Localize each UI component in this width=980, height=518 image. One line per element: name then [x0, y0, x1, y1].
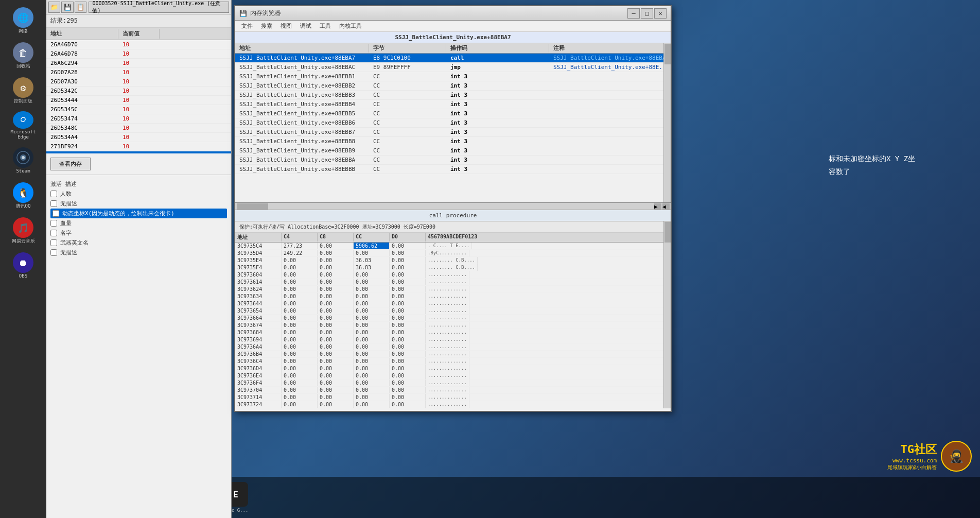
- table-row[interactable]: 26D534A410: [46, 133, 231, 142]
- disasm-row[interactable]: SSJJ_BattleClient_Unity.exe+88EBA7 E8 9C…: [235, 54, 671, 63]
- checkbox-no-desc-2[interactable]: 无描述: [50, 248, 227, 257]
- menu-kernel-tools[interactable]: 内核工具: [335, 21, 366, 31]
- memory-row[interactable]: 3C9736B4 0.00 0.00 0.00 0.00 ...........…: [235, 351, 671, 358]
- no-desc-2-checkbox[interactable]: [50, 249, 57, 256]
- taskbar-icon-network[interactable]: 🌐 网络: [7, 4, 40, 37]
- memory-row[interactable]: 3C9736E4 0.00 0.00 0.00 0.00 ...........…: [235, 372, 671, 379]
- menu-file[interactable]: 文件: [237, 21, 257, 31]
- memory-row[interactable]: 3C9736A4 0.00 0.00 0.00 0.00 ...........…: [235, 343, 671, 351]
- memory-row[interactable]: 3C973654 0.00 0.00 0.00 0.00 ...........…: [235, 307, 671, 315]
- memory-row[interactable]: 3C9735D4 249.22 0.00 0.00 0.00 .8yC.....…: [235, 250, 671, 257]
- window-title: 💾 内存浏览器: [239, 9, 281, 18]
- table-row[interactable]: 26D07A2810: [46, 68, 231, 77]
- memory-row[interactable]: 3C973614 0.00 0.00 0.00 0.00 ...........…: [235, 279, 671, 286]
- close-button[interactable]: ✕: [654, 8, 667, 19]
- table-row[interactable]: 271BF92410: [46, 142, 231, 151]
- table-row[interactable]: 26D5344410: [46, 96, 231, 105]
- memory-row[interactable]: 3C973674 0.00 0.00 0.00 0.00 ...........…: [235, 322, 671, 329]
- checkbox-people-count[interactable]: 人数: [50, 189, 227, 199]
- memory-row[interactable]: 3C9736C4 0.00 0.00 0.00 0.00 ...........…: [235, 358, 671, 365]
- disasm-row[interactable]: SSJJ_BattleClient_Unity.exe+88EBBA CC in…: [235, 156, 671, 165]
- table-row-selected[interactable]: 271BFEDC10: [46, 151, 231, 153]
- memory-row[interactable]: 3C9736F4 0.00 0.00 0.00 0.00 ...........…: [235, 379, 671, 387]
- memory-row[interactable]: 3C973664 0.00 0.00 0.00 0.00 ...........…: [235, 315, 671, 322]
- weapon-en-checkbox[interactable]: [50, 239, 57, 246]
- people-count-label: 人数: [60, 190, 72, 198]
- checkbox-weapon-en[interactable]: 武器英文名: [50, 238, 227, 248]
- call-procedure-bar: call procedure: [235, 210, 671, 221]
- memory-scrollbar-thumb[interactable]: [664, 222, 671, 243]
- taskbar-icon-steam[interactable]: Steam: [7, 144, 40, 177]
- no-desc-1-checkbox[interactable]: [50, 200, 57, 207]
- minimize-button[interactable]: —: [627, 8, 640, 19]
- memory-row[interactable]: 3C973644 0.00 0.00 0.00 0.00 ...........…: [235, 300, 671, 307]
- checkbox-health[interactable]: 血量: [50, 218, 227, 228]
- memory-row[interactable]: 3C9735F4 0.00 0.00 36.83 0.00 ......... …: [235, 264, 671, 271]
- menu-debug[interactable]: 调试: [296, 21, 316, 31]
- disasm-row[interactable]: SSJJ_BattleClient_Unity.exe+88EBB3 CC in…: [235, 91, 671, 100]
- disasm-row[interactable]: SSJJ_BattleClient_Unity.exe+88EBBB CC in…: [235, 165, 671, 174]
- left-taskbar: 🌐 网络 🗑 回收站 ⚙ 控制面板 Microsoft Edge Steam 🐧: [0, 0, 46, 518]
- disasm-scrollbar-thumb[interactable]: [664, 44, 671, 64]
- checkbox-dynamic-coord[interactable]: 动态坐标X(因为是动态的，绘制出来会很卡): [50, 209, 227, 218]
- table-row[interactable]: 26D5348C10: [46, 124, 231, 133]
- mem-c4-header: C4: [282, 233, 318, 241]
- dynamic-coord-checkbox[interactable]: [52, 210, 59, 217]
- menu-tools[interactable]: 工具: [316, 21, 335, 31]
- disasm-row[interactable]: SSJJ_BattleClient_Unity.exe+88EBB2 CC in…: [235, 81, 671, 91]
- menu-view[interactable]: 视图: [276, 21, 296, 31]
- checkbox-no-desc-1[interactable]: 无描述: [50, 199, 227, 209]
- disasm-scroll-left[interactable]: ◀: [662, 203, 670, 210]
- taskbar-icon-obs[interactable]: ⏺ OBS: [7, 249, 40, 282]
- health-checkbox[interactable]: [50, 220, 57, 227]
- taskbar-icon-recycle[interactable]: 🗑 回收站: [7, 39, 40, 72]
- toolbar-open-btn[interactable]: 📁: [48, 2, 60, 13]
- disasm-row[interactable]: SSJJ_BattleClient_Unity.exe+88EBB1 CC in…: [235, 72, 671, 81]
- name-checkbox[interactable]: [50, 230, 57, 236]
- maximize-button[interactable]: □: [641, 8, 653, 19]
- taskbar-icon-netease[interactable]: 🎵 网易云音乐: [7, 214, 40, 247]
- memory-row[interactable]: 3C973634 0.00 0.00 0.00 0.00 ...........…: [235, 293, 671, 300]
- memory-row[interactable]: 3C973724 0.00 0.00 0.00 0.00 ...........…: [235, 401, 671, 408]
- memory-row[interactable]: 3C9735E4 0.00 0.00 36.03 0.00 ......... …: [235, 257, 671, 264]
- disasm-row[interactable]: SSJJ_BattleClient_Unity.exe+88EBAC E9 89…: [235, 63, 671, 72]
- disasm-hscrollbar[interactable]: ▶ ◀: [235, 203, 671, 210]
- memory-row[interactable]: 3C973714 0.00 0.00 0.00 0.00 ...........…: [235, 394, 671, 401]
- memory-row[interactable]: 3C973704 0.00 0.00 0.00 0.00 ...........…: [235, 387, 671, 394]
- memory-scrollbar[interactable]: [663, 221, 671, 408]
- mem-addr-header: 地址: [235, 233, 282, 241]
- disasm-row[interactable]: SSJJ_BattleClient_Unity.exe+88EBB5 CC in…: [235, 109, 671, 118]
- table-row[interactable]: 26D07A3010: [46, 77, 231, 87]
- table-row[interactable]: 26A6C29410: [46, 59, 231, 68]
- disasm-scroll-right[interactable]: ▶: [654, 203, 661, 210]
- table-row[interactable]: 26A46D7810: [46, 49, 231, 59]
- memory-row[interactable]: 3C9735C4 277.23 0.00 5906.62 0.00 . C...…: [235, 243, 671, 250]
- disasm-row[interactable]: SSJJ_BattleClient_Unity.exe+88EBB8 CC in…: [235, 137, 671, 146]
- taskbar-icon-control-panel[interactable]: ⚙ 控制面板: [7, 74, 40, 107]
- watermark-sublabel: 尾域镇玩家@小白解答: [887, 464, 937, 471]
- taskbar-icon-qq[interactable]: 🐧 腾讯QQ: [7, 179, 40, 212]
- disasm-row[interactable]: SSJJ_BattleClient_Unity.exe+88EBB4 CC in…: [235, 100, 671, 109]
- disasm-row[interactable]: SSJJ_BattleClient_Unity.exe+88EBB7 CC in…: [235, 128, 671, 137]
- memory-row[interactable]: 3C973604 0.00 0.00 0.00 0.00 ...........…: [235, 271, 671, 279]
- memory-row[interactable]: 3C973624 0.00 0.00 0.00 0.00 ...........…: [235, 286, 671, 293]
- toolbar-settings-btn[interactable]: 📋: [75, 2, 86, 13]
- toolbar-process-btn[interactable]: 00003520-SSJJ_BattleClient_Unity.exe (任意…: [89, 2, 229, 13]
- table-row[interactable]: 26D5345C10: [46, 105, 231, 114]
- disasm-row[interactable]: SSJJ_BattleClient_Unity.exe+88EBB6 CC in…: [235, 118, 671, 128]
- disasm-scrollbar[interactable]: [663, 43, 671, 202]
- scan-memory-button[interactable]: 查看内存: [50, 158, 91, 170]
- memory-row[interactable]: 3C9736D4 0.00 0.00 0.00 0.00 ...........…: [235, 365, 671, 372]
- taskbar-icon-edge[interactable]: Microsoft Edge: [7, 109, 40, 142]
- table-row[interactable]: 26A46D7010: [46, 40, 231, 49]
- checkbox-name[interactable]: 名字: [50, 228, 227, 238]
- disasm-row[interactable]: SSJJ_BattleClient_Unity.exe+88EBB9 CC in…: [235, 146, 671, 156]
- table-row[interactable]: 26D5347410: [46, 114, 231, 124]
- table-row[interactable]: 26D5342C10: [46, 87, 231, 96]
- menu-search[interactable]: 搜索: [257, 21, 276, 31]
- disasm-hscrollbar-thumb[interactable]: [237, 203, 268, 210]
- people-count-checkbox[interactable]: [50, 191, 57, 197]
- memory-row[interactable]: 3C973684 0.00 0.00 0.00 0.00 ...........…: [235, 329, 671, 336]
- memory-row[interactable]: 3C973694 0.00 0.00 0.00 0.00 ...........…: [235, 336, 671, 343]
- toolbar-save-btn[interactable]: 💾: [61, 2, 73, 13]
